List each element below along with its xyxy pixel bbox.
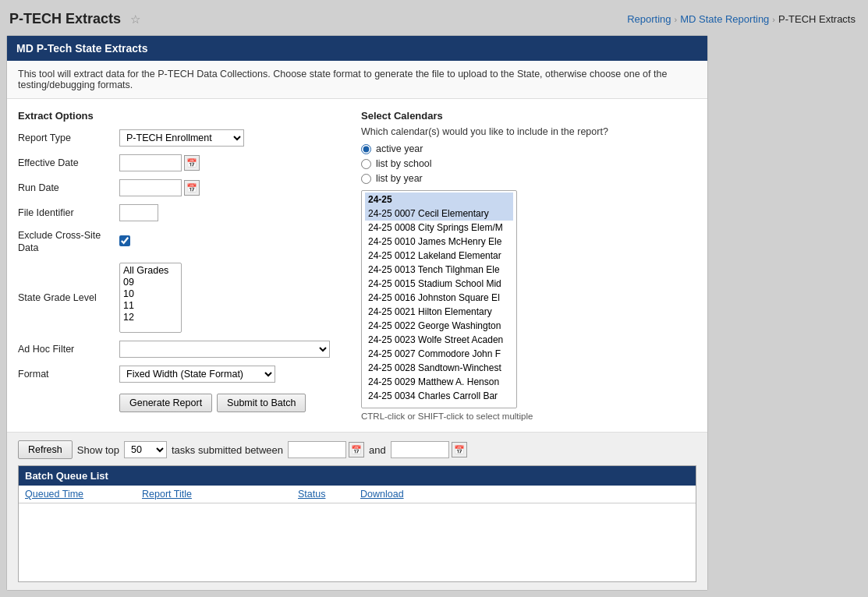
calendar-title: Select Calendars: [361, 110, 696, 122]
left-column: Extract Options Report Type P-TECH Enrol…: [18, 110, 345, 421]
radio-active-year-input[interactable]: [361, 144, 371, 154]
grade-label: State Grade Level: [18, 292, 119, 303]
radio-list-school-label: list by school: [376, 158, 432, 169]
grade-control: All Grades 09 10 11 12: [119, 263, 345, 333]
batch-col-status[interactable]: Status: [298, 489, 360, 500]
exclude-label: Exclude Cross-Site Data: [18, 229, 119, 255]
tasks-label: tasks submitted between: [172, 444, 283, 456]
effective-date-label: Effective Date: [18, 157, 119, 168]
report-type-row: Report Type P-TECH Enrollment: [18, 129, 345, 147]
batch-date-from-input[interactable]: 01/03/2025: [288, 441, 346, 458]
section-header: MD P-Tech State Extracts: [7, 36, 707, 61]
bottom-section: Refresh Show top 10 25 50 100 tasks subm…: [7, 432, 707, 590]
exclude-row: Exclude Cross-Site Data: [18, 229, 345, 255]
description-text: This tool will extract data for the P-TE…: [7, 61, 707, 99]
file-id-row: File Identifier 001: [18, 204, 345, 221]
radio-list-school[interactable]: list by school: [361, 158, 696, 169]
batch-col-queued-time[interactable]: Queued Time: [25, 489, 142, 500]
batch-date-to-wrapper: 01/10/2025 📅: [391, 441, 467, 458]
batch-col-download: Download: [360, 489, 438, 500]
file-id-label: File Identifier: [18, 207, 119, 218]
radio-active-year-label: active year: [376, 143, 423, 154]
buttons-row: Generate Report Submit to Batch: [119, 394, 345, 412]
effective-date-calendar-icon[interactable]: 📅: [184, 155, 200, 171]
report-type-select[interactable]: P-TECH Enrollment: [119, 129, 244, 147]
page-wrapper: P-TECH Extracts ☆ Reporting › MD State R…: [0, 0, 868, 597]
adhoc-label: Ad Hoc Filter: [18, 344, 119, 355]
batch-queue: Batch Queue List Queued Time Report Titl…: [18, 465, 696, 582]
run-date-row: Run Date 01/10/2025 📅: [18, 179, 345, 196]
run-date-control: 01/10/2025 📅: [119, 179, 345, 196]
calendar-select[interactable]: 24-25 24-25 0007 Cecil Elementary 24-25 …: [361, 190, 517, 408]
right-column: Select Calendars Which calendar(s) would…: [361, 110, 696, 421]
main-panel: MD P-Tech State Extracts This tool will …: [6, 35, 708, 591]
show-top-select[interactable]: 10 25 50 100: [124, 441, 167, 458]
ctrl-hint: CTRL-click or SHIFT-click to select mult…: [361, 412, 696, 421]
star-icon[interactable]: ☆: [130, 12, 140, 26]
radio-list-year-label: list by year: [376, 173, 423, 184]
form-area: Extract Options Report Type P-TECH Enrol…: [7, 99, 707, 432]
format-select[interactable]: Fixed Width (State Format) XML CSV: [119, 366, 275, 383]
batch-date-to-calendar-icon[interactable]: 📅: [452, 442, 467, 457]
breadcrumb-current: P-TECH Extracts: [778, 13, 856, 25]
show-top-label: Show top: [77, 444, 119, 456]
run-date-label: Run Date: [18, 182, 119, 193]
run-date-calendar-icon[interactable]: 📅: [184, 180, 200, 196]
radio-list-year[interactable]: list by year: [361, 173, 696, 184]
report-type-label: Report Type: [18, 132, 119, 143]
effective-date-control: 01/10/2025 📅: [119, 154, 345, 171]
breadcrumb: Reporting › MD State Reporting › P-TECH …: [627, 13, 856, 25]
breadcrumb-sep-1: ›: [675, 15, 678, 24]
batch-queue-header: Batch Queue List: [19, 466, 696, 486]
file-id-input[interactable]: 001: [119, 204, 158, 221]
grade-row: State Grade Level All Grades 09 10 11 12: [18, 263, 345, 333]
batch-date-from-calendar-icon[interactable]: 📅: [349, 442, 364, 457]
format-row: Format Fixed Width (State Format) XML CS…: [18, 366, 345, 383]
radio-list-year-input[interactable]: [361, 174, 371, 184]
extract-options-label: Extract Options: [18, 110, 345, 122]
format-label: Format: [18, 369, 119, 380]
batch-col-report-title[interactable]: Report Title: [142, 489, 298, 500]
adhoc-row: Ad Hoc Filter: [18, 341, 345, 358]
page-title: P-TECH Extracts: [9, 11, 121, 27]
batch-controls: Refresh Show top 10 25 50 100 tasks subm…: [18, 440, 696, 459]
batch-date-from-wrapper: 01/03/2025 📅: [288, 441, 364, 458]
radio-list-school-input[interactable]: [361, 159, 371, 169]
calendar-radio-group: active year list by school list by year: [361, 143, 696, 184]
batch-queue-body: [19, 503, 696, 581]
calendar-question: Which calendar(s) would you like to incl…: [361, 126, 696, 137]
batch-queue-columns: Queued Time Report Title Status Download: [19, 486, 696, 503]
report-type-control: P-TECH Enrollment: [119, 129, 345, 147]
run-date-input[interactable]: 01/10/2025: [119, 179, 182, 196]
adhoc-select[interactable]: [119, 341, 330, 358]
adhoc-control: [119, 341, 345, 358]
radio-active-year[interactable]: active year: [361, 143, 696, 154]
header-bar: P-TECH Extracts ☆ Reporting › MD State R…: [6, 6, 862, 35]
breadcrumb-sep-2: ›: [772, 15, 775, 24]
refresh-button[interactable]: Refresh: [18, 440, 73, 459]
breadcrumb-md-state[interactable]: MD State Reporting: [680, 13, 769, 25]
batch-date-to-input[interactable]: 01/10/2025: [391, 441, 449, 458]
exclude-control: [119, 235, 345, 249]
effective-date-input[interactable]: 01/10/2025: [119, 154, 182, 171]
generate-report-button[interactable]: Generate Report: [119, 394, 212, 412]
exclude-checkbox[interactable]: [119, 235, 130, 246]
breadcrumb-reporting[interactable]: Reporting: [627, 13, 671, 25]
submit-to-batch-button[interactable]: Submit to Batch: [217, 394, 306, 412]
calendar-section: Select Calendars Which calendar(s) would…: [361, 110, 696, 421]
file-id-control: 001: [119, 204, 345, 221]
grade-list[interactable]: All Grades 09 10 11 12: [119, 263, 182, 333]
effective-date-row: Effective Date 01/10/2025 📅: [18, 154, 345, 171]
format-control: Fixed Width (State Format) XML CSV: [119, 366, 345, 383]
and-label: and: [369, 444, 386, 456]
calendar-dropdown-wrapper: 24-25 24-25 0007 Cecil Elementary 24-25 …: [361, 190, 696, 408]
